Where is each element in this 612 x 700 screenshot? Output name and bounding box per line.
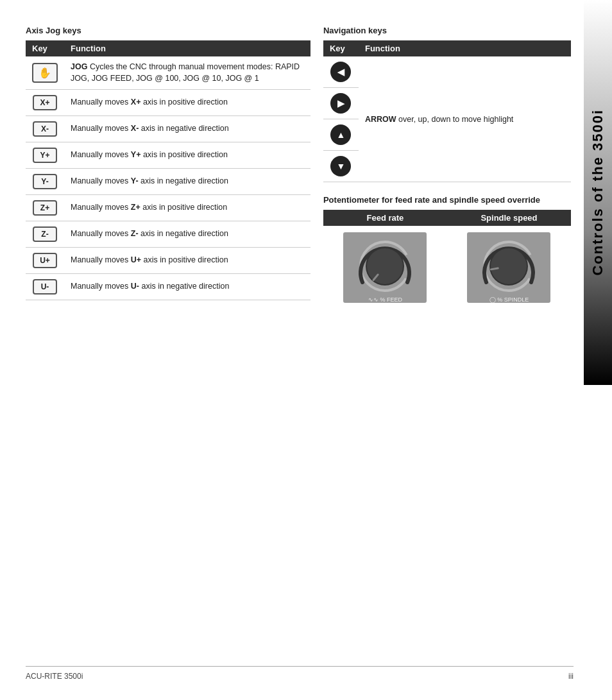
func-yminus: Manually moves Y- axis in negative direc… [64,169,310,195]
spindle-speed-knob-cell: ◯ % SPINDLE [447,226,571,310]
nav-col-function: Function [359,40,571,56]
table-row: U+ Manually moves U+ axis in positive di… [26,248,310,274]
table-row: X+ Manually moves X+ axis in positive di… [26,90,310,116]
svg-point-6 [491,248,527,284]
feed-rate-knob-svg [356,237,414,295]
table-row: U- Manually moves U- axis in negative di… [26,274,310,300]
key-cell-xplus: X+ [26,90,64,116]
poten-table: Feed rate Spindle speed [323,210,571,310]
poten-col-spindle: Spindle speed [447,210,571,226]
key-cell-zminus: Z- [26,221,64,248]
func-uplus: Manually moves U+ axis in positive direc… [64,248,310,274]
footer: ACU-RITE 3500i iii [26,666,574,681]
table-row: Y+ Manually moves Y+ axis in positive di… [26,142,310,169]
poten-col-feed: Feed rate [323,210,447,226]
footer-left: ACU-RITE 3500i [26,672,83,681]
table-row: ∿∿ % FEED [323,226,571,310]
nav-key-up: ▲ [323,119,359,151]
nav-col-key: Key [323,40,359,56]
func-yplus: Manually moves Y+ axis in positive direc… [64,142,310,169]
table-row: X- Manually moves X- axis in negative di… [26,116,310,142]
potentiometer-section: Potentiometer for feed rate and spindle … [323,195,571,310]
footer-right: iii [568,672,574,681]
key-cell-uplus: U+ [26,248,64,274]
svg-point-2 [367,248,403,284]
navigation-section: Navigation keys Key Function ◀ ARROW ove… [323,26,571,182]
nav-key-down: ▼ [323,151,359,182]
spindle-speed-label: ◯ % SPINDLE [472,296,545,303]
func-uminus: Manually moves U- axis in negative direc… [64,274,310,300]
poten-title: Potentiometer for feed rate and spindle … [323,195,571,205]
func-xminus: Manually moves X- axis in negative direc… [64,116,310,142]
table-row: Y- Manually moves Y- axis in negative di… [26,169,310,195]
zplus-key: Z+ [33,200,57,216]
xplus-key: X+ [33,95,57,110]
axis-col-function: Function [64,40,310,56]
key-cell-uminus: U- [26,274,64,300]
sidebar-title: Controls of the 3500i [590,109,606,276]
nav-key-left: ◀ [323,56,359,88]
feed-rate-knob-cell: ∿∿ % FEED [323,226,447,310]
table-row: Z- Manually moves Z- axis in negative di… [26,221,310,248]
uplus-key: U+ [33,253,57,268]
axis-jog-title: Axis Jog keys [26,26,310,35]
axis-jog-section: Axis Jog keys Key Function ✋ JOG Cycles … [26,26,310,310]
feed-rate-label: ∿∿ % FEED [348,296,421,303]
nav-title: Navigation keys [323,26,571,35]
sidebar: Controls of the 3500i [584,0,612,385]
table-row: Z+ Manually moves Z+ axis in positive di… [26,195,310,221]
table-row: ◀ ARROW over, up, down to move highlight [323,56,571,88]
key-cell-xminus: X- [26,116,64,142]
nav-arrow-description: ARROW over, up, down to move highlight [359,56,571,182]
right-arrow-icon: ▶ [330,93,351,114]
xminus-key: X- [33,121,57,137]
nav-table: Key Function ◀ ARROW over, up, down to m… [323,40,571,182]
key-cell-yminus: Y- [26,169,64,195]
svg-line-7 [491,268,498,269]
func-zplus: Manually moves Z+ axis in positive direc… [64,195,310,221]
zminus-key: Z- [33,226,57,242]
down-arrow-icon: ▼ [330,156,351,176]
uminus-key: U- [33,279,57,295]
nav-key-right: ▶ [323,88,359,119]
spindle-speed-knob-svg [480,237,538,295]
jog-key-icon: ✋ [32,63,58,83]
key-cell-yplus: Y+ [26,142,64,169]
func-jog: JOG Cycles the CNC through manual moveme… [64,56,310,90]
right-section: Navigation keys Key Function ◀ ARROW ove… [323,26,571,310]
func-zminus: Manually moves Z- axis in negative direc… [64,221,310,248]
func-xplus: Manually moves X+ axis in positive direc… [64,90,310,116]
axis-jog-table: Key Function ✋ JOG Cycles the CNC throug… [26,40,310,300]
yminus-key: Y- [33,174,57,189]
key-cell-zplus: Z+ [26,195,64,221]
axis-col-key: Key [26,40,64,56]
key-cell-jog: ✋ [26,56,64,90]
yplus-key: Y+ [33,148,57,163]
table-row: ✋ JOG Cycles the CNC through manual move… [26,56,310,90]
up-arrow-icon: ▲ [330,124,351,145]
left-arrow-icon: ◀ [330,62,351,82]
